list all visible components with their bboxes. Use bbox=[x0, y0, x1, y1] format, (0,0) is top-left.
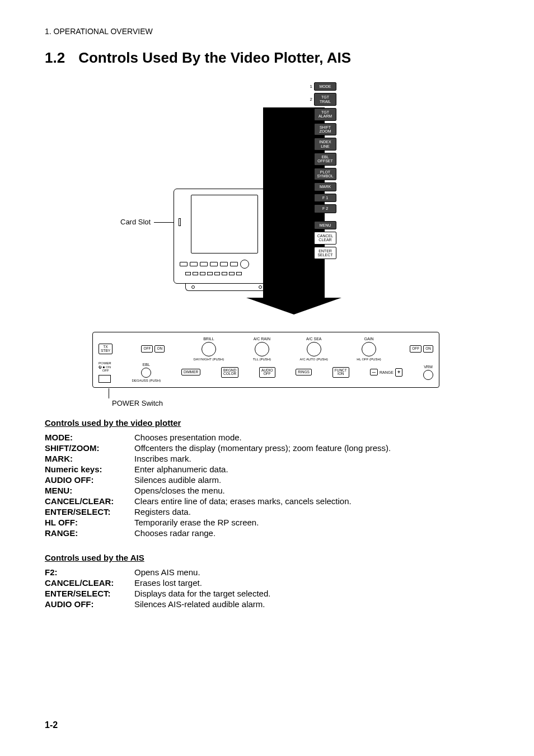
table-row: CANCEL/CLEAR:Clears entire line of data;… bbox=[45, 496, 489, 506]
key-tgt-trail: 2TGTTRAIL bbox=[308, 93, 353, 106]
key-tgt-alarm: 3TGTALARM bbox=[308, 108, 353, 121]
ac-rain-knob: A/C RAINTLL (PUSH) bbox=[253, 337, 271, 361]
power-switch[interactable] bbox=[99, 375, 111, 383]
vrm-knob: VRM bbox=[423, 365, 433, 380]
section-text: Controls Used By the Video Plotter, AIS bbox=[78, 49, 351, 66]
range-plus[interactable] bbox=[395, 368, 402, 377]
ebl-on[interactable]: ON bbox=[154, 345, 165, 353]
bkgnd-color-btn[interactable]: BKGND COLOR bbox=[221, 367, 238, 378]
key-ebl-offset: 6EBLOFFSET bbox=[308, 153, 353, 166]
key-tgt-alarm-btn[interactable]: TGTALARM bbox=[314, 108, 336, 121]
vrm-toggle: OFFON bbox=[410, 345, 433, 353]
ebl-knob: EBLDEGAUSS (PUSH) bbox=[132, 363, 161, 382]
ebl-off[interactable]: OFF bbox=[141, 345, 153, 353]
key-mark: 8MARK bbox=[308, 182, 353, 191]
card-slot-opening bbox=[179, 218, 181, 226]
gain-knob-ctrl[interactable] bbox=[362, 342, 376, 356]
key-menu-btn[interactable]: MENU bbox=[314, 221, 336, 229]
key-cancel-clear: CANCELCLEAR bbox=[308, 232, 353, 245]
vrm-off[interactable]: OFF bbox=[410, 345, 421, 353]
chapter-header: 1. OPERATIONAL OVERVIEW bbox=[45, 27, 489, 36]
key-plot-symbol-btn[interactable]: PLOTSYMBOL bbox=[314, 168, 336, 181]
ac-sea-knob-ctrl[interactable] bbox=[307, 342, 321, 356]
key-ebl-offset-btn[interactable]: EBLOFFSET bbox=[314, 153, 336, 166]
power-block: POWER⏻ ■ ON OFF bbox=[99, 361, 111, 383]
key-f1-btn[interactable]: F 1 bbox=[314, 194, 336, 202]
table-row: ENTER/SELECT:Displays data for the targe… bbox=[45, 588, 489, 599]
table-row: ENTER/SELECT:Registers data. bbox=[45, 506, 489, 517]
table-row: AUDIO OFF:Silences audible alarm. bbox=[45, 475, 489, 485]
key-menu: MENU bbox=[308, 221, 353, 229]
table-row: HL OFF:Temporarily erase the RP screen. bbox=[45, 517, 489, 528]
key-mode: 1MODE bbox=[308, 82, 353, 91]
key-plot-symbol: 7PLOTSYMBOL bbox=[308, 168, 353, 181]
key-enter-select: ENTERSELECT bbox=[308, 247, 353, 260]
section-title: 1.2Controls Used By the Video Plotter, A… bbox=[45, 49, 489, 67]
key-cancel-clear-btn[interactable]: CANCELCLEAR bbox=[314, 232, 336, 245]
key-tgt-trail-btn[interactable]: TGTTRAIL bbox=[314, 93, 336, 106]
key-f1: 9F 1 bbox=[308, 194, 353, 202]
table-row: RANGE:Chooses radar range. bbox=[45, 528, 489, 538]
ebl-toggle: OFFON bbox=[141, 345, 165, 353]
ac-rain-knob-ctrl[interactable] bbox=[255, 342, 269, 356]
table-row: F2:Opens AIS menu. bbox=[45, 567, 489, 577]
vrm-knob-ctrl[interactable] bbox=[423, 370, 433, 380]
function-btn[interactable]: FUNCT ION bbox=[332, 367, 349, 378]
key-shift-zoom-btn[interactable]: SHIFTZOOM bbox=[314, 123, 336, 136]
table-row: CANCEL/CLEAR:Erases lost target. bbox=[45, 577, 489, 588]
range-group: RANGE bbox=[370, 368, 403, 377]
tx-stby: TX STBY bbox=[99, 344, 113, 354]
audio-off-btn[interactable]: AUDIO OFF bbox=[259, 367, 275, 378]
keypad: 1MODE 2TGTTRAIL 3TGTALARM 4SHIFTZOOM 5IN… bbox=[308, 82, 353, 259]
power-leader bbox=[109, 388, 109, 398]
power-switch-label: POWER Switch bbox=[112, 399, 163, 407]
vrm-on[interactable]: ON bbox=[423, 345, 433, 353]
table-row: AUDIO OFF:Silences AIS-related audible a… bbox=[45, 599, 489, 609]
key-index-line-btn[interactable]: INDEXLINE bbox=[314, 138, 336, 151]
key-f2-btn[interactable]: F 2 bbox=[314, 204, 336, 213]
dimmer-btn[interactable]: DIMMER bbox=[181, 369, 200, 376]
brill-knob: BRILLDAY/NIGHT (PUSH) bbox=[194, 337, 224, 361]
rings-btn[interactable]: RINGS bbox=[296, 369, 312, 376]
gain-knob: GAINHL OFF (PUSH) bbox=[357, 337, 381, 361]
key-shift-zoom: 4SHIFTZOOM bbox=[308, 123, 353, 136]
table-row: MODE:Chooses presentation mode. bbox=[45, 432, 489, 443]
key-mark-btn[interactable]: MARK bbox=[314, 182, 336, 191]
device-diagram: Card Slot 1MODE 2TGTTRAIL 3TGTALARM 4SHI… bbox=[45, 77, 489, 412]
ais-defs: F2:Opens AIS menu. CANCEL/CLEAR:Erases l… bbox=[45, 567, 489, 609]
ais-heading: Controls used by the AIS bbox=[45, 553, 489, 562]
brill-knob-ctrl[interactable] bbox=[202, 342, 216, 356]
card-slot-label: Card Slot bbox=[120, 218, 151, 226]
range-minus[interactable] bbox=[370, 369, 378, 376]
key-mode-btn[interactable]: MODE bbox=[314, 82, 336, 91]
ebl-knob-ctrl[interactable] bbox=[141, 368, 151, 378]
vp-heading: Controls used by the video plotter bbox=[45, 418, 489, 428]
table-row: MARK:Inscribes mark. bbox=[45, 453, 489, 464]
section-number: 1.2 bbox=[45, 49, 65, 67]
table-row: MENU:Opens/closes the menu. bbox=[45, 485, 489, 496]
table-row: Numeric keys:Enter alphanumeric data. bbox=[45, 464, 489, 475]
vp-defs: MODE:Chooses presentation mode. SHIFT/ZO… bbox=[45, 432, 489, 538]
tx-stby-btn[interactable]: TX STBY bbox=[99, 344, 113, 354]
table-row: SHIFT/ZOOM:Offcenters the display (momen… bbox=[45, 443, 489, 453]
ac-sea-knob: A/C SEAA/C AUTO (PUSH) bbox=[300, 337, 328, 361]
key-f2: 0F 2 bbox=[308, 204, 353, 213]
page-number: 1-2 bbox=[45, 720, 58, 730]
key-enter-select-btn[interactable]: ENTERSELECT bbox=[314, 247, 336, 260]
key-index-line: 5INDEXLINE bbox=[308, 138, 353, 151]
control-panel: TX STBY OFFON BRILLDAY/NIGHT (PUSH) A/C … bbox=[92, 332, 439, 388]
